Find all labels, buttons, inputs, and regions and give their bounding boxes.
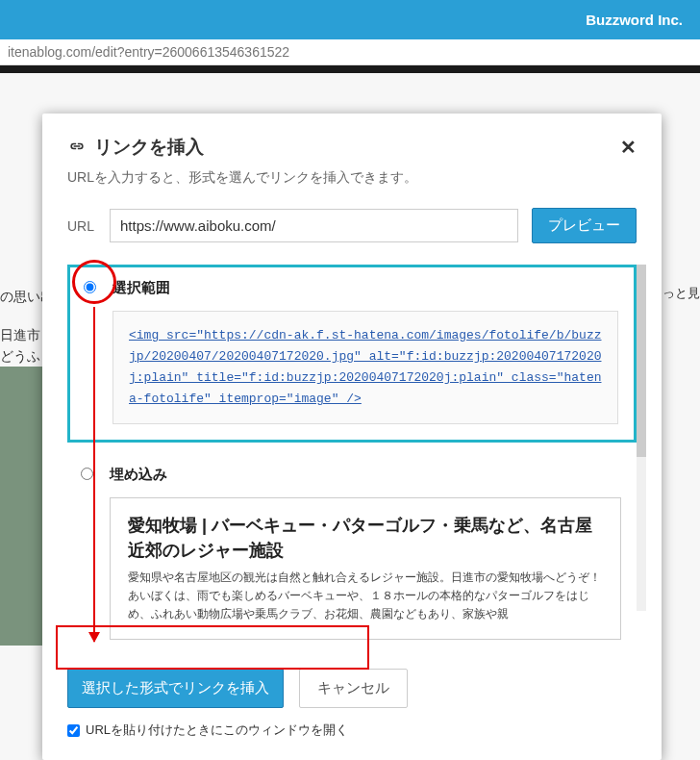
option-title: 選択範囲 <box>112 279 618 297</box>
url-input-row: URL プレビュー <box>67 208 637 243</box>
option-embed[interactable]: 埋め込み 愛知牧場 | バーベキュー・パターゴルフ・乗馬など、名古屋近郊のレジャ… <box>67 454 637 655</box>
top-brand-bar: Buzzword Inc. <box>0 0 700 39</box>
open-window-checkbox[interactable] <box>67 724 80 737</box>
option-selection-range[interactable]: 選択範囲 <img src="https://cdn-ak.f.st-haten… <box>67 265 637 443</box>
browser-url-bar[interactable]: itenablog.com/edit?entry=260066135463615… <box>0 39 700 65</box>
embed-preview-box: 愛知牧場 | バーベキュー・パターゴルフ・乗馬など、名古屋近郊のレジャー施設 愛… <box>110 497 621 640</box>
brand-name: Buzzword Inc. <box>586 12 683 28</box>
code-link[interactable]: <img src="https://cdn-ak.f.st-hatena.com… <box>129 328 601 406</box>
url-label: URL <box>67 218 96 234</box>
checkbox-label: URLを貼り付けたときにこのウィンドウを開く <box>86 722 348 739</box>
modal-title-text: リンクを挿入 <box>94 135 204 160</box>
insert-link-modal: リンクを挿入 ✕ URLを入力すると、形式を選んでリンクを挿入できます。 URL… <box>42 114 662 760</box>
bg-text: どうふ <box>0 344 40 368</box>
options-area: 選択範囲 <img src="https://cdn-ak.f.st-haten… <box>67 265 637 655</box>
url-input[interactable] <box>110 209 518 242</box>
modal-title: リンクを挿入 <box>67 135 204 160</box>
link-icon <box>67 137 87 158</box>
insert-link-button[interactable]: 選択した形式でリンクを挿入 <box>67 669 284 708</box>
preview-button[interactable]: プレビュー <box>532 208 637 243</box>
embed-description: 愛知県や名古屋地区の観光は自然と触れ合えるレジャー施設。日進市の愛知牧場へどうぞ… <box>128 569 603 624</box>
radio-selection-range[interactable] <box>84 281 96 293</box>
scrollbar[interactable] <box>637 265 646 611</box>
modal-header: リンクを挿入 ✕ <box>67 135 637 160</box>
code-preview-box: <img src="https://cdn-ak.f.st-hatena.com… <box>112 311 618 424</box>
url-text: itenablog.com/edit?entry=260066135463615… <box>8 44 289 60</box>
embed-title: 愛知牧場 | バーベキュー・パターゴルフ・乗馬など、名古屋近郊のレジャー施設 <box>128 514 603 562</box>
checkbox-row: URLを貼り付けたときにこのウィンドウを開く <box>67 722 637 739</box>
cancel-button[interactable]: キャンセル <box>299 669 408 708</box>
option-title: 埋め込み <box>110 466 621 484</box>
scrollbar-thumb[interactable] <box>637 265 646 457</box>
radio-embed[interactable] <box>81 468 93 480</box>
close-button[interactable]: ✕ <box>620 138 637 157</box>
modal-description: URLを入力すると、形式を選んでリンクを挿入できます。 <box>67 169 637 187</box>
modal-footer: 選択した形式でリンクを挿入 キャンセル <box>67 669 637 708</box>
